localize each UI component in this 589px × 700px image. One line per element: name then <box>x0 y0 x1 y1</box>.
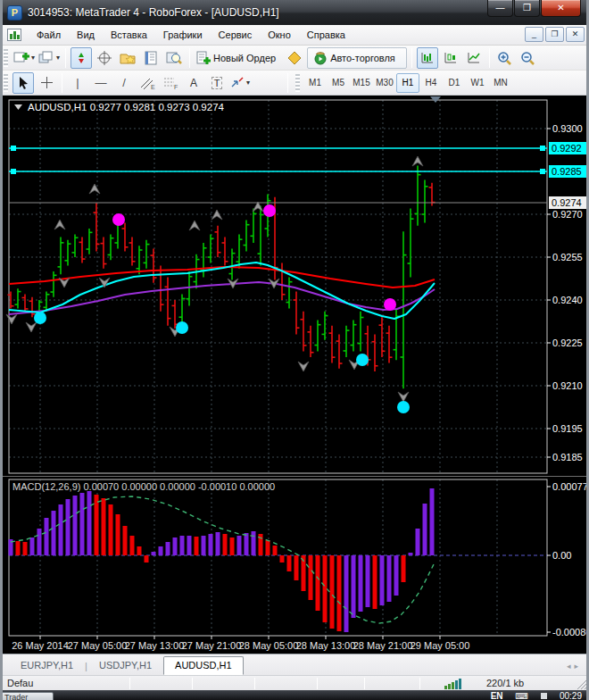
chart-window-icon <box>7 29 21 41</box>
timeframe-H1[interactable]: H1 <box>396 73 419 93</box>
zoom-in-button[interactable] <box>494 47 516 69</box>
horizontal-line-tool[interactable]: — <box>90 72 112 94</box>
zoom-out-button[interactable] <box>518 47 539 69</box>
vertical-line-tool[interactable]: | <box>67 72 88 94</box>
resize-grip[interactable] <box>576 679 587 690</box>
menu-item-6[interactable]: Справка <box>299 27 353 43</box>
new-order-label: Новый Ордер <box>213 53 276 63</box>
svg-text:0.00077: 0.00077 <box>552 481 588 492</box>
mdi-restore-button[interactable]: ❐ <box>545 27 564 42</box>
terminal-button[interactable] <box>140 47 162 69</box>
new-chart-button[interactable]: ▾ <box>12 47 36 69</box>
timeframe-H4[interactable]: H4 <box>419 73 443 93</box>
profile-label[interactable]: Defau <box>7 678 33 688</box>
keyboard-icon: ⌨ <box>516 691 528 700</box>
timeframe-W1[interactable]: W1 <box>466 73 489 93</box>
magenta-dot <box>112 213 125 226</box>
dropdown-icon[interactable]: ▾ <box>246 79 250 87</box>
autotrading-button[interactable]: Авто-торговля <box>307 47 407 69</box>
dropdown-icon[interactable]: ▾ <box>56 54 60 62</box>
dropdown-icon[interactable]: ▾ <box>31 54 35 62</box>
line-chart-button[interactable] <box>463 47 485 69</box>
svg-text:0.9225: 0.9225 <box>552 338 583 348</box>
close-button[interactable]: ✕ <box>541 0 581 17</box>
candlestick-button[interactable] <box>440 47 461 69</box>
menu-item-5[interactable]: Окно <box>260 27 299 43</box>
svg-text:0.9270: 0.9270 <box>552 209 583 220</box>
crosshair-tool-button[interactable] <box>36 72 57 94</box>
symbol-tab-USDJPY[interactable]: USDJPY,H1 <box>87 656 163 675</box>
arrows-tool[interactable]: ▾ <box>229 72 251 94</box>
status-bar: Defau 220/1 kb <box>0 675 589 691</box>
svg-text:27 May 13:00: 27 May 13:00 <box>125 640 185 651</box>
tray-icon[interactable] <box>541 693 547 699</box>
svg-text:0.00: 0.00 <box>552 550 571 561</box>
taskbar-app-button[interactable]: Trader <box>0 692 54 700</box>
svg-text:0.9195: 0.9195 <box>552 423 583 434</box>
svg-text:26 May 2014: 26 May 2014 <box>12 640 69 651</box>
menu-item-4[interactable]: Сервис <box>211 27 261 43</box>
timeframe-M30[interactable]: M30 <box>373 73 396 93</box>
toolbar-grip[interactable] <box>295 74 300 92</box>
symbol-tab-AUDUSD[interactable]: AUDUSD,H1 <box>163 656 244 675</box>
menu-item-2[interactable]: Вставка <box>103 27 155 43</box>
profiles-button[interactable]: ▾ <box>37 47 61 69</box>
taskbar-clock[interactable]: 00:29 <box>560 691 582 700</box>
svg-text:27 May 21:00: 27 May 21:00 <box>182 640 242 651</box>
timeframe-M1[interactable]: M1 <box>303 73 327 93</box>
svg-text:E: E <box>151 84 155 90</box>
menu-item-1[interactable]: Вид <box>69 27 103 43</box>
cyan-dot <box>34 312 46 324</box>
toolbar-grip[interactable] <box>4 49 8 67</box>
svg-text:28 May 21:00: 28 May 21:00 <box>353 640 413 651</box>
svg-text:28 May 13:00: 28 May 13:00 <box>296 640 356 651</box>
new-order-button[interactable]: Новый Ордер <box>195 47 282 69</box>
cyan-dot <box>176 321 188 334</box>
bar-chart-button[interactable] <box>417 47 438 69</box>
timeframe-M15[interactable]: M15 <box>350 73 373 93</box>
favorites-button[interactable] <box>117 47 138 69</box>
svg-text:27 May 05:00: 27 May 05:00 <box>68 640 128 651</box>
text-label-tool[interactable]: T <box>206 72 228 94</box>
svg-text:0.9285: 0.9285 <box>552 166 582 177</box>
chart-shift-button[interactable] <box>94 47 115 69</box>
menu-item-0[interactable]: Файл <box>29 27 69 43</box>
equidistant-channel-tool[interactable]: E <box>137 72 158 94</box>
svg-text:0.9274: 0.9274 <box>552 197 582 208</box>
language-indicator[interactable]: EN <box>491 691 503 700</box>
cyan-dot <box>356 354 369 366</box>
timeframe-M5[interactable]: M5 <box>327 73 350 93</box>
svg-text:28 May 05:00: 28 May 05:00 <box>239 640 299 651</box>
svg-text:29 May 05:00: 29 May 05:00 <box>411 640 470 651</box>
traffic-label: 220/1 kb <box>486 678 524 688</box>
menu-item-3[interactable]: Графики <box>155 27 211 43</box>
fibonacci-tool[interactable]: F <box>160 72 181 94</box>
auto-scroll-button[interactable] <box>71 47 92 69</box>
svg-text:-0.00086: -0.00086 <box>552 627 589 638</box>
chart-quote-header: AUDUSD,H1 0.9277 0.9281 0.9273 0.9274 <box>14 102 225 112</box>
svg-text:0.9240: 0.9240 <box>552 295 583 305</box>
cyan-dot <box>397 401 410 413</box>
metaeditor-button[interactable] <box>284 47 305 69</box>
connection-status-icon <box>444 679 461 689</box>
svg-text:F: F <box>174 84 178 90</box>
trendline-tool[interactable]: / <box>113 72 135 94</box>
toolbar-grip[interactable] <box>4 74 8 92</box>
svg-text:0.9292: 0.9292 <box>552 143 582 154</box>
strategy-tester-button[interactable] <box>163 47 185 69</box>
chart-region[interactable]: 0.92920.92850.92740.93000.92700.92550.92… <box>0 96 589 654</box>
timeframe-MN[interactable]: MN <box>489 73 512 93</box>
cursor-tool-button[interactable] <box>12 72 34 94</box>
tab-scroll-arrows[interactable]: ◂▸ <box>567 662 582 671</box>
mdi-minimize-button[interactable]: _ <box>525 27 543 42</box>
autotrading-label: Авто-торговля <box>330 53 395 63</box>
application-window: P 3014953: MetaTrader 4 - RoboForex - [A… <box>0 0 589 700</box>
svg-text:0.9300: 0.9300 <box>552 123 583 134</box>
svg-text:0.9185: 0.9185 <box>552 452 583 462</box>
symbol-tab-EURJPY[interactable]: EURJPY,H1 <box>9 656 85 675</box>
minimize-button[interactable]: — <box>487 0 513 17</box>
timeframe-D1[interactable]: D1 <box>443 73 466 93</box>
maximize-button[interactable]: ❐ <box>514 0 540 17</box>
text-tool[interactable]: A <box>183 72 204 94</box>
mdi-close-button[interactable]: ✕ <box>566 27 585 42</box>
